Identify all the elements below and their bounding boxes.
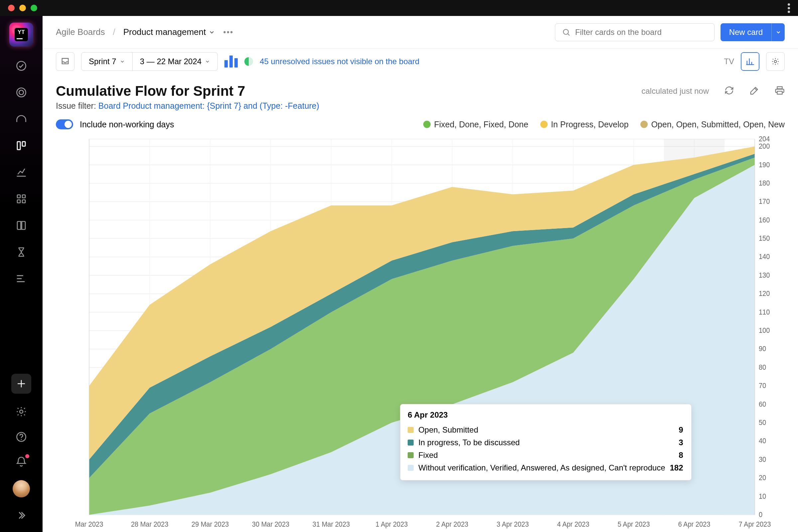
svg-point-1 — [17, 88, 26, 97]
tasks-icon[interactable] — [14, 58, 28, 73]
tooltip-swatch — [407, 427, 414, 433]
roadmap-icon[interactable] — [14, 271, 28, 286]
svg-point-12 — [563, 29, 568, 34]
new-card-dropdown[interactable] — [772, 23, 785, 41]
tooltip-row-value: 3 — [679, 438, 683, 447]
traffic-lights — [8, 5, 37, 11]
legend-label: Fixed, Done, Fixed, Done — [434, 120, 528, 129]
svg-text:190: 190 — [759, 160, 770, 169]
svg-text:6 Apr 2023: 6 Apr 2023 — [678, 520, 710, 528]
svg-point-2 — [19, 90, 24, 95]
help-icon[interactable] — [14, 430, 28, 444]
breadcrumb-current-label: Product management — [124, 27, 206, 37]
svg-text:60: 60 — [759, 400, 766, 408]
svg-text:120: 120 — [759, 289, 770, 298]
tooltip-row-label: In progress, To be discussed — [418, 438, 520, 447]
search-icon — [562, 28, 571, 37]
breadcrumb-current[interactable]: Product management — [124, 27, 215, 37]
svg-text:29 Mar 2023: 29 Mar 2023 — [191, 520, 229, 528]
svg-rect-5 — [17, 195, 20, 198]
board-toolbar: Sprint 7 3 — 22 Mar 2024 45 unresolved i… — [42, 49, 798, 75]
docs-icon[interactable] — [14, 218, 28, 233]
tooltip-row: Open, Submitted9 — [407, 424, 683, 436]
svg-rect-15 — [777, 92, 782, 94]
hourglass-icon[interactable] — [14, 245, 28, 259]
breadcrumb-sep: / — [113, 27, 115, 37]
svg-text:140: 140 — [759, 252, 770, 261]
svg-text:150: 150 — [759, 234, 770, 242]
legend-label: Open, Open, Submitted, Open, New — [651, 120, 785, 129]
issue-filter-link[interactable]: Board Product management: {Sprint 7} and… — [98, 101, 319, 110]
refresh-icon[interactable] — [724, 86, 734, 97]
new-card-button[interactable]: New card — [721, 23, 772, 41]
chevron-down-icon — [205, 59, 210, 64]
svg-text:30 Mar 2023: 30 Mar 2023 — [252, 520, 289, 528]
nonworking-days-toggle[interactable] — [56, 119, 73, 129]
legend-swatch — [540, 121, 548, 128]
tooltip-row: Without verification, Verified, Answered… — [407, 461, 683, 474]
filter-prefix: Issue filter: — [56, 101, 98, 110]
tv-mode-button[interactable]: TV — [724, 57, 734, 66]
chevron-down-icon — [208, 29, 215, 36]
chart-container: 0102030405060708090100110120130140150160… — [42, 134, 798, 532]
board-settings-button[interactable] — [766, 52, 785, 71]
header-more-icon[interactable]: ••• — [221, 27, 235, 37]
svg-rect-8 — [22, 200, 25, 203]
boards-icon[interactable] — [14, 138, 28, 153]
legend-item[interactable]: In Progress, Develop — [540, 120, 628, 129]
close-dot-icon[interactable] — [8, 5, 15, 11]
svg-rect-6 — [22, 195, 25, 198]
chart-view-button[interactable] — [741, 52, 759, 71]
ring-icon[interactable] — [14, 85, 28, 100]
user-avatar[interactable] — [13, 480, 30, 497]
tooltip-row-label: Fixed — [418, 451, 438, 460]
date-range-selector[interactable]: 3 — 22 Mar 2024 — [133, 53, 217, 71]
breadcrumb-parent[interactable]: Agile Boards — [56, 27, 105, 37]
chart-legend: Fixed, Done, Fixed, Done In Progress, De… — [423, 120, 785, 129]
main-content: Agile Boards / Product management ••• Ne… — [42, 16, 798, 532]
search-input[interactable] — [575, 27, 707, 37]
legend-item[interactable]: Fixed, Done, Fixed, Done — [423, 120, 528, 129]
app-logo[interactable]: YT — [9, 23, 33, 46]
add-button[interactable] — [11, 374, 31, 394]
legend-item[interactable]: Open, Open, Submitted, Open, New — [640, 120, 785, 129]
board-columns-icon[interactable] — [225, 56, 238, 68]
inbox-button[interactable] — [56, 52, 75, 71]
sprint-selector[interactable]: Sprint 7 — [81, 53, 132, 71]
legend-swatch — [640, 121, 648, 128]
legend-swatch — [423, 121, 431, 128]
print-icon[interactable] — [775, 86, 785, 97]
titlebar-kebab-icon[interactable] — [788, 3, 790, 13]
gear-icon[interactable] — [14, 404, 28, 419]
chart-controls: Include non-working days Fixed, Done, Fi… — [42, 116, 798, 134]
tooltip-row-label: Open, Submitted — [418, 425, 478, 435]
zoom-dot-icon[interactable] — [31, 5, 37, 11]
svg-text:80: 80 — [759, 363, 766, 372]
svg-text:100: 100 — [759, 326, 770, 335]
minimize-dot-icon[interactable] — [19, 5, 26, 11]
chart-tooltip: 6 Apr 2023 Open, Submitted9 In progress,… — [400, 404, 691, 480]
notification-badge — [25, 454, 29, 458]
page-header: Agile Boards / Product management ••• Ne… — [42, 16, 798, 49]
reports-icon[interactable] — [14, 165, 28, 179]
svg-text:3 Apr 2023: 3 Apr 2023 — [497, 520, 529, 528]
filter-row: Issue filter: Board Product management: … — [42, 101, 798, 116]
tooltip-row: Fixed8 — [407, 449, 683, 461]
board-search[interactable] — [555, 23, 715, 41]
activity-icon[interactable] — [14, 112, 28, 126]
progress-half-icon — [244, 57, 253, 66]
svg-text:40: 40 — [759, 437, 766, 445]
chevron-down-icon — [120, 59, 125, 64]
unresolved-link[interactable]: 45 unresolved issues not visible on the … — [260, 57, 419, 66]
tooltip-swatch — [407, 465, 414, 471]
collapse-sidebar-icon[interactable] — [14, 508, 28, 523]
notifications-icon[interactable] — [14, 455, 28, 470]
svg-text:10: 10 — [759, 492, 766, 500]
edit-icon[interactable] — [749, 86, 759, 97]
svg-text:180: 180 — [759, 179, 770, 187]
svg-text:31 Mar 2023: 31 Mar 2023 — [312, 520, 350, 528]
page-title: Cumulative Flow for Sprint 7 — [56, 83, 245, 99]
svg-text:Mar 2023: Mar 2023 — [75, 520, 103, 528]
apps-icon[interactable] — [14, 191, 28, 206]
svg-text:30: 30 — [759, 455, 766, 463]
